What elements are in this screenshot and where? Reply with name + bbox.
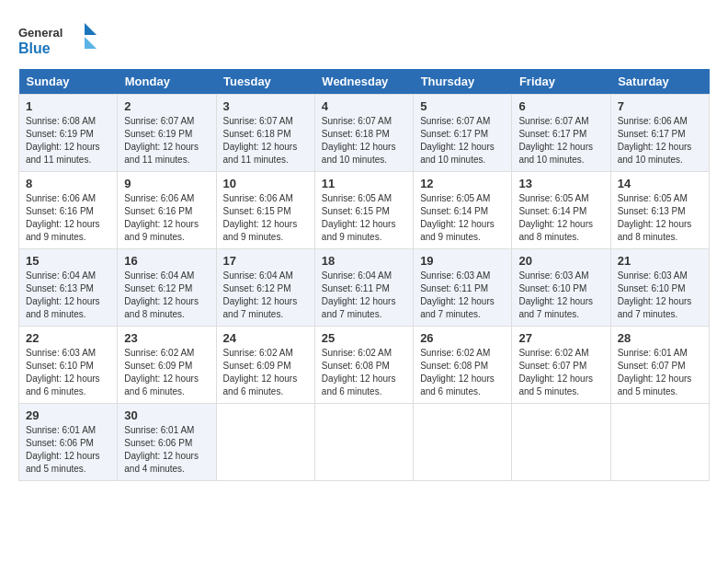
- day-info: Sunrise: 6:03 AM Sunset: 6:11 PM Dayligh…: [420, 270, 505, 321]
- day-info: Sunrise: 6:02 AM Sunset: 6:08 PM Dayligh…: [420, 347, 505, 398]
- calendar-cell: 13Sunrise: 6:05 AM Sunset: 6:14 PM Dayli…: [512, 172, 610, 249]
- day-number: 4: [322, 99, 406, 113]
- day-info: Sunrise: 6:02 AM Sunset: 6:09 PM Dayligh…: [223, 347, 308, 398]
- logo-svg: General Blue: [18, 18, 101, 60]
- calendar-cell: 11Sunrise: 6:05 AM Sunset: 6:15 PM Dayli…: [314, 172, 413, 249]
- calendar-cell: 28Sunrise: 6:01 AM Sunset: 6:07 PM Dayli…: [610, 327, 709, 404]
- day-info: Sunrise: 6:05 AM Sunset: 6:14 PM Dayligh…: [518, 192, 603, 244]
- calendar-cell: [216, 404, 314, 481]
- day-info: Sunrise: 6:02 AM Sunset: 6:07 PM Dayligh…: [518, 347, 603, 398]
- svg-text:Blue: Blue: [18, 40, 51, 56]
- calendar-cell: [512, 404, 610, 481]
- day-number: 10: [223, 177, 308, 190]
- calendar-cell: 20Sunrise: 6:03 AM Sunset: 6:10 PM Dayli…: [512, 249, 610, 327]
- day-info: Sunrise: 6:01 AM Sunset: 6:06 PM Dayligh…: [124, 424, 209, 476]
- day-number: 20: [518, 254, 603, 268]
- day-info: Sunrise: 6:04 AM Sunset: 6:12 PM Dayligh…: [124, 270, 209, 321]
- calendar-cell: 9Sunrise: 6:06 AM Sunset: 6:16 PM Daylig…: [118, 172, 216, 249]
- calendar-cell: 15Sunrise: 6:04 AM Sunset: 6:13 PM Dayli…: [19, 249, 118, 327]
- column-header-monday: Monday: [118, 69, 216, 95]
- calendar-cell: 2Sunrise: 6:07 AM Sunset: 6:19 PM Daylig…: [118, 95, 216, 172]
- column-header-wednesday: Wednesday: [314, 69, 413, 95]
- day-info: Sunrise: 6:01 AM Sunset: 6:06 PM Dayligh…: [26, 424, 110, 476]
- column-header-tuesday: Tuesday: [216, 69, 314, 95]
- svg-marker-2: [85, 23, 97, 35]
- calendar-cell: 7Sunrise: 6:06 AM Sunset: 6:17 PM Daylig…: [610, 95, 709, 172]
- day-number: 22: [26, 331, 110, 345]
- calendar-cell: 29Sunrise: 6:01 AM Sunset: 6:06 PM Dayli…: [19, 404, 118, 481]
- calendar-cell: 16Sunrise: 6:04 AM Sunset: 6:12 PM Dayli…: [118, 249, 216, 327]
- day-number: 13: [518, 177, 603, 190]
- day-info: Sunrise: 6:06 AM Sunset: 6:16 PM Dayligh…: [26, 192, 110, 244]
- column-header-friday: Friday: [512, 69, 610, 95]
- calendar-cell: 21Sunrise: 6:03 AM Sunset: 6:10 PM Dayli…: [610, 249, 709, 327]
- calendar-cell: [610, 404, 709, 481]
- calendar-cell: 17Sunrise: 6:04 AM Sunset: 6:12 PM Dayli…: [216, 249, 314, 327]
- day-number: 5: [420, 99, 505, 113]
- day-info: Sunrise: 6:06 AM Sunset: 6:17 PM Dayligh…: [618, 115, 702, 167]
- day-number: 29: [26, 408, 110, 422]
- day-info: Sunrise: 6:07 AM Sunset: 6:19 PM Dayligh…: [124, 115, 209, 167]
- day-info: Sunrise: 6:04 AM Sunset: 6:12 PM Dayligh…: [223, 270, 308, 321]
- calendar-cell: 30Sunrise: 6:01 AM Sunset: 6:06 PM Dayli…: [118, 404, 216, 481]
- day-number: 3: [223, 99, 308, 113]
- svg-marker-3: [85, 37, 97, 49]
- day-info: Sunrise: 6:01 AM Sunset: 6:07 PM Dayligh…: [618, 347, 702, 398]
- day-info: Sunrise: 6:07 AM Sunset: 6:18 PM Dayligh…: [223, 115, 308, 167]
- calendar-cell: 12Sunrise: 6:05 AM Sunset: 6:14 PM Dayli…: [414, 172, 512, 249]
- calendar-cell: [314, 404, 413, 481]
- calendar-cell: 19Sunrise: 6:03 AM Sunset: 6:11 PM Dayli…: [414, 249, 512, 327]
- calendar-cell: 14Sunrise: 6:05 AM Sunset: 6:13 PM Dayli…: [610, 172, 709, 249]
- calendar-cell: 23Sunrise: 6:02 AM Sunset: 6:09 PM Dayli…: [118, 327, 216, 404]
- day-info: Sunrise: 6:04 AM Sunset: 6:11 PM Dayligh…: [322, 270, 406, 321]
- day-number: 25: [322, 331, 406, 345]
- day-info: Sunrise: 6:05 AM Sunset: 6:13 PM Dayligh…: [618, 192, 702, 244]
- calendar-cell: 24Sunrise: 6:02 AM Sunset: 6:09 PM Dayli…: [216, 327, 314, 404]
- day-info: Sunrise: 6:04 AM Sunset: 6:13 PM Dayligh…: [26, 270, 110, 321]
- calendar-cell: 4Sunrise: 6:07 AM Sunset: 6:18 PM Daylig…: [314, 95, 413, 172]
- calendar-cell: 1Sunrise: 6:08 AM Sunset: 6:19 PM Daylig…: [19, 95, 118, 172]
- day-info: Sunrise: 6:02 AM Sunset: 6:09 PM Dayligh…: [124, 347, 209, 398]
- day-info: Sunrise: 6:07 AM Sunset: 6:17 PM Dayligh…: [420, 115, 505, 167]
- day-number: 27: [518, 331, 603, 345]
- calendar-cell: 3Sunrise: 6:07 AM Sunset: 6:18 PM Daylig…: [216, 95, 314, 172]
- day-number: 26: [420, 331, 505, 345]
- day-info: Sunrise: 6:05 AM Sunset: 6:14 PM Dayligh…: [420, 192, 505, 244]
- day-info: Sunrise: 6:06 AM Sunset: 6:16 PM Dayligh…: [124, 192, 209, 244]
- day-number: 6: [518, 99, 603, 113]
- calendar-cell: 8Sunrise: 6:06 AM Sunset: 6:16 PM Daylig…: [19, 172, 118, 249]
- day-number: 24: [223, 331, 308, 345]
- day-info: Sunrise: 6:03 AM Sunset: 6:10 PM Dayligh…: [518, 270, 603, 321]
- day-info: Sunrise: 6:07 AM Sunset: 6:18 PM Dayligh…: [322, 115, 406, 167]
- calendar-cell: 25Sunrise: 6:02 AM Sunset: 6:08 PM Dayli…: [314, 327, 413, 404]
- day-number: 7: [618, 99, 702, 113]
- calendar-cell: 27Sunrise: 6:02 AM Sunset: 6:07 PM Dayli…: [512, 327, 610, 404]
- day-number: 2: [124, 99, 209, 113]
- day-info: Sunrise: 6:03 AM Sunset: 6:10 PM Dayligh…: [618, 270, 702, 321]
- day-number: 1: [26, 99, 110, 113]
- day-number: 14: [618, 177, 702, 190]
- day-number: 9: [124, 177, 209, 190]
- calendar-cell: 18Sunrise: 6:04 AM Sunset: 6:11 PM Dayli…: [314, 249, 413, 327]
- day-number: 21: [618, 254, 702, 268]
- calendar-cell: [414, 404, 512, 481]
- day-info: Sunrise: 6:08 AM Sunset: 6:19 PM Dayligh…: [26, 115, 110, 167]
- calendar-cell: 10Sunrise: 6:06 AM Sunset: 6:15 PM Dayli…: [216, 172, 314, 249]
- day-info: Sunrise: 6:05 AM Sunset: 6:15 PM Dayligh…: [322, 192, 406, 244]
- day-number: 8: [26, 177, 110, 190]
- day-number: 17: [223, 254, 308, 268]
- day-number: 16: [124, 254, 209, 268]
- day-number: 12: [420, 177, 505, 190]
- day-number: 23: [124, 331, 209, 345]
- calendar-cell: 26Sunrise: 6:02 AM Sunset: 6:08 PM Dayli…: [414, 327, 512, 404]
- page-header: General Blue: [18, 18, 710, 60]
- calendar-cell: 5Sunrise: 6:07 AM Sunset: 6:17 PM Daylig…: [414, 95, 512, 172]
- day-info: Sunrise: 6:03 AM Sunset: 6:10 PM Dayligh…: [26, 347, 110, 398]
- day-number: 28: [618, 331, 702, 345]
- logo: General Blue: [18, 18, 101, 60]
- column-header-sunday: Sunday: [19, 69, 118, 95]
- day-info: Sunrise: 6:02 AM Sunset: 6:08 PM Dayligh…: [322, 347, 406, 398]
- calendar-table: SundayMondayTuesdayWednesdayThursdayFrid…: [18, 69, 710, 481]
- day-number: 15: [26, 254, 110, 268]
- column-header-saturday: Saturday: [610, 69, 709, 95]
